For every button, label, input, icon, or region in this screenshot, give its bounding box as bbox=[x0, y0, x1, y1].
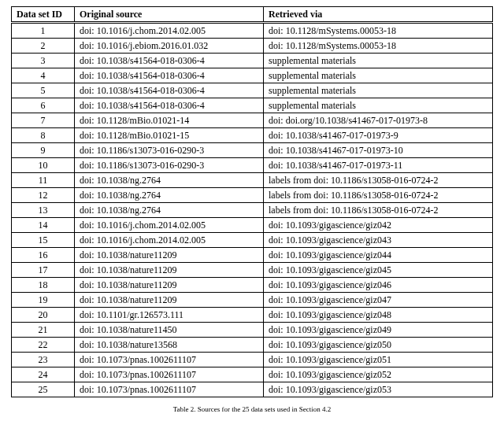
table-header-row: Data set ID Original source Retrieved vi… bbox=[12, 7, 493, 23]
table-row: 17doi: 10.1038/nature11209doi: 10.1093/g… bbox=[12, 263, 493, 278]
table-row: 15doi: 10.1016/j.chom.2014.02.005doi: 10… bbox=[12, 233, 493, 248]
cell-retrieved-via: supplemental materials bbox=[264, 98, 493, 113]
cell-retrieved-via: labels from doi: 10.1186/s13058-016-0724… bbox=[264, 173, 493, 188]
table-row: 19doi: 10.1038/nature11209doi: 10.1093/g… bbox=[12, 293, 493, 308]
cell-retrieved-via: doi: 10.1093/gigascience/giz050 bbox=[264, 338, 493, 353]
cell-retrieved-via: doi: 10.1128/mSystems.00053-18 bbox=[264, 23, 493, 39]
cell-id: 12 bbox=[12, 188, 75, 203]
table-row: 10doi: 10.1186/s13073-016-0290-3doi: 10.… bbox=[12, 158, 493, 173]
table-header: Data set ID Original source Retrieved vi… bbox=[12, 7, 493, 23]
cell-retrieved-via: labels from doi: 10.1186/s13058-016-0724… bbox=[264, 203, 493, 218]
cell-id: 18 bbox=[12, 278, 75, 293]
table-row: 24doi: 10.1073/pnas.1002611107doi: 10.10… bbox=[12, 367, 493, 382]
cell-original-source: doi: 10.1016/j.chom.2014.02.005 bbox=[75, 218, 264, 233]
cell-original-source: doi: 10.1016/j.chom.2014.02.005 bbox=[75, 23, 264, 39]
cell-original-source: doi: 10.1038/ng.2764 bbox=[75, 173, 264, 188]
cell-original-source: doi: 10.1016/j.ebiom.2016.01.032 bbox=[75, 39, 264, 54]
cell-id: 9 bbox=[12, 143, 75, 158]
cell-retrieved-via: doi: 10.1093/gigascience/giz053 bbox=[264, 382, 493, 397]
cell-retrieved-via: doi: 10.1128/mSystems.00053-18 bbox=[264, 39, 493, 54]
table-row: 20doi: 10.1101/gr.126573.111doi: 10.1093… bbox=[12, 308, 493, 323]
cell-id: 15 bbox=[12, 233, 75, 248]
table-row: 21doi: 10.1038/nature11450doi: 10.1093/g… bbox=[12, 323, 493, 338]
cell-original-source: doi: 10.1038/ng.2764 bbox=[75, 188, 264, 203]
table-row: 25doi: 10.1073/pnas.1002611107doi: 10.10… bbox=[12, 382, 493, 397]
page: Data set ID Original source Retrieved vi… bbox=[0, 0, 504, 413]
table-row: 5doi: 10.1038/s41564-018-0306-4supplemen… bbox=[12, 83, 493, 98]
cell-id: 19 bbox=[12, 293, 75, 308]
cell-id: 7 bbox=[12, 113, 75, 128]
cell-id: 6 bbox=[12, 98, 75, 113]
cell-id: 16 bbox=[12, 248, 75, 263]
cell-id: 23 bbox=[12, 353, 75, 367]
table-row: 1doi: 10.1016/j.chom.2014.02.005doi: 10.… bbox=[12, 23, 493, 39]
cell-retrieved-via: supplemental materials bbox=[264, 54, 493, 68]
cell-id: 13 bbox=[12, 203, 75, 218]
cell-original-source: doi: 10.1038/s41564-018-0306-4 bbox=[75, 68, 264, 83]
cell-id: 20 bbox=[12, 308, 75, 323]
cell-original-source: doi: 10.1073/pnas.1002611107 bbox=[75, 382, 264, 397]
col-header-id: Data set ID bbox=[12, 7, 75, 23]
dataset-table: Data set ID Original source Retrieved vi… bbox=[11, 6, 493, 397]
table-row: 7doi: 10.1128/mBio.01021-14doi: doi.org/… bbox=[12, 113, 493, 128]
table-row: 8doi: 10.1128/mBio.01021-15doi: 10.1038/… bbox=[12, 128, 493, 143]
cell-retrieved-via: doi: 10.1093/gigascience/giz046 bbox=[264, 278, 493, 293]
cell-retrieved-via: supplemental materials bbox=[264, 83, 493, 98]
cell-original-source: doi: 10.1038/s41564-018-0306-4 bbox=[75, 54, 264, 68]
cell-original-source: doi: 10.1038/nature11209 bbox=[75, 248, 264, 263]
table-row: 4doi: 10.1038/s41564-018-0306-4supplemen… bbox=[12, 68, 493, 83]
col-header-original: Original source bbox=[75, 7, 264, 23]
cell-id: 8 bbox=[12, 128, 75, 143]
cell-id: 1 bbox=[12, 23, 75, 39]
cell-original-source: doi: 10.1038/nature11209 bbox=[75, 278, 264, 293]
cell-id: 25 bbox=[12, 382, 75, 397]
cell-original-source: doi: 10.1038/nature11209 bbox=[75, 263, 264, 278]
table-row: 12doi: 10.1038/ng.2764labels from doi: 1… bbox=[12, 188, 493, 203]
cell-id: 3 bbox=[12, 54, 75, 68]
cell-retrieved-via: supplemental materials bbox=[264, 68, 493, 83]
table-row: 14doi: 10.1016/j.chom.2014.02.005doi: 10… bbox=[12, 218, 493, 233]
cell-retrieved-via: doi: 10.1093/gigascience/giz051 bbox=[264, 353, 493, 367]
cell-original-source: doi: 10.1186/s13073-016-0290-3 bbox=[75, 143, 264, 158]
cell-retrieved-via: doi: 10.1093/gigascience/giz042 bbox=[264, 218, 493, 233]
cell-id: 5 bbox=[12, 83, 75, 98]
col-header-retrieved: Retrieved via bbox=[264, 7, 493, 23]
cell-retrieved-via: doi: doi.org/10.1038/s41467-017-01973-8 bbox=[264, 113, 493, 128]
cell-original-source: doi: 10.1038/nature13568 bbox=[75, 338, 264, 353]
cell-original-source: doi: 10.1016/j.chom.2014.02.005 bbox=[75, 233, 264, 248]
cell-original-source: doi: 10.1038/nature11450 bbox=[75, 323, 264, 338]
cell-original-source: doi: 10.1073/pnas.1002611107 bbox=[75, 353, 264, 367]
table-row: 16doi: 10.1038/nature11209doi: 10.1093/g… bbox=[12, 248, 493, 263]
cell-retrieved-via: doi: 10.1038/s41467-017-01973-10 bbox=[264, 143, 493, 158]
cell-retrieved-via: doi: 10.1093/gigascience/giz048 bbox=[264, 308, 493, 323]
cell-id: 21 bbox=[12, 323, 75, 338]
cell-retrieved-via: doi: 10.1093/gigascience/giz045 bbox=[264, 263, 493, 278]
cell-retrieved-via: doi: 10.1038/s41467-017-01973-9 bbox=[264, 128, 493, 143]
cell-original-source: doi: 10.1128/mBio.01021-15 bbox=[75, 128, 264, 143]
cell-original-source: doi: 10.1128/mBio.01021-14 bbox=[75, 113, 264, 128]
cell-retrieved-via: labels from doi: 10.1186/s13058-016-0724… bbox=[264, 188, 493, 203]
cell-retrieved-via: doi: 10.1093/gigascience/giz044 bbox=[264, 248, 493, 263]
cell-id: 17 bbox=[12, 263, 75, 278]
cell-original-source: doi: 10.1038/s41564-018-0306-4 bbox=[75, 83, 264, 98]
table-row: 13doi: 10.1038/ng.2764labels from doi: 1… bbox=[12, 203, 493, 218]
cell-retrieved-via: doi: 10.1038/s41467-017-01973-11 bbox=[264, 158, 493, 173]
table-row: 9doi: 10.1186/s13073-016-0290-3doi: 10.1… bbox=[12, 143, 493, 158]
table-row: 22doi: 10.1038/nature13568doi: 10.1093/g… bbox=[12, 338, 493, 353]
cell-retrieved-via: doi: 10.1093/gigascience/giz047 bbox=[264, 293, 493, 308]
cell-original-source: doi: 10.1101/gr.126573.111 bbox=[75, 308, 264, 323]
cell-original-source: doi: 10.1073/pnas.1002611107 bbox=[75, 367, 264, 382]
cell-original-source: doi: 10.1186/s13073-016-0290-3 bbox=[75, 158, 264, 173]
cell-id: 24 bbox=[12, 367, 75, 382]
cell-original-source: doi: 10.1038/s41564-018-0306-4 bbox=[75, 98, 264, 113]
table-caption: Table 2. Sources for the 25 data sets us… bbox=[11, 405, 493, 413]
table-row: 2doi: 10.1016/j.ebiom.2016.01.032doi: 10… bbox=[12, 39, 493, 54]
cell-retrieved-via: doi: 10.1093/gigascience/giz043 bbox=[264, 233, 493, 248]
table-row: 6doi: 10.1038/s41564-018-0306-4supplemen… bbox=[12, 98, 493, 113]
cell-retrieved-via: doi: 10.1093/gigascience/giz052 bbox=[264, 367, 493, 382]
cell-retrieved-via: doi: 10.1093/gigascience/giz049 bbox=[264, 323, 493, 338]
table-row: 3doi: 10.1038/s41564-018-0306-4supplemen… bbox=[12, 54, 493, 68]
cell-id: 22 bbox=[12, 338, 75, 353]
table-row: 11doi: 10.1038/ng.2764labels from doi: 1… bbox=[12, 173, 493, 188]
table-row: 18doi: 10.1038/nature11209doi: 10.1093/g… bbox=[12, 278, 493, 293]
